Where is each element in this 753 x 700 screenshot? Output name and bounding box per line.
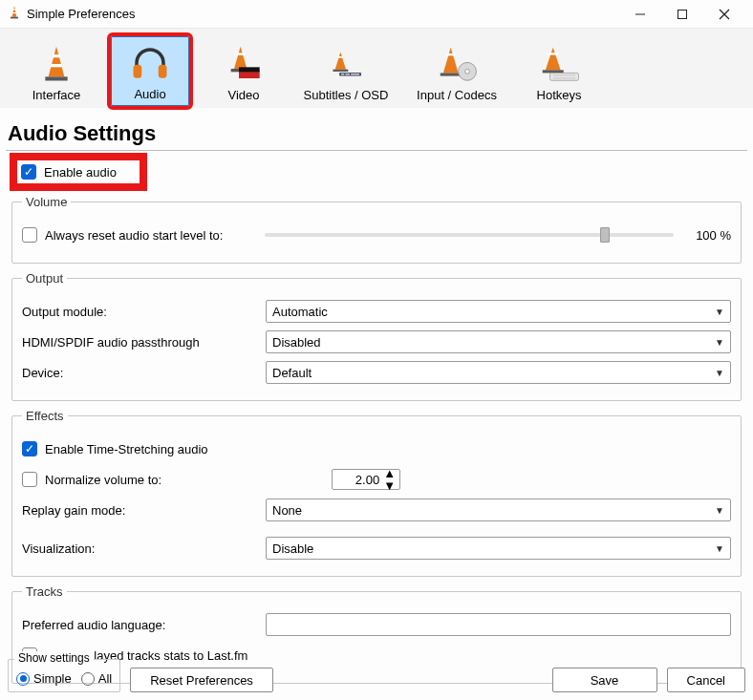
svg-rect-3: [11, 17, 18, 19]
radio-simple[interactable]: Simple: [16, 671, 72, 686]
reset-level-checkbox[interactable]: [22, 227, 37, 243]
svg-rect-18: [239, 67, 260, 72]
svg-rect-2: [12, 12, 16, 13]
spinner-arrows-icon[interactable]: ▲▼: [383, 467, 396, 492]
svg-rect-34: [550, 73, 579, 80]
window-controls: [619, 1, 745, 28]
cone-icon: [40, 44, 73, 84]
volume-percent-label: 100 %: [683, 228, 731, 243]
svg-marker-14: [234, 47, 247, 69]
tab-label: Audio: [134, 87, 165, 101]
volume-slider-thumb[interactable]: [600, 227, 610, 243]
save-button[interactable]: Save: [552, 668, 657, 692]
replay-gain-select[interactable]: None: [266, 498, 731, 521]
svg-rect-12: [134, 65, 142, 78]
time-stretch-label: Enable Time-Stretching audio: [45, 442, 208, 456]
normalize-spinner[interactable]: 2.00 ▲▼: [332, 469, 400, 490]
output-fieldset: Output Output module: Automatic HDMI/SPD…: [11, 271, 742, 401]
volume-fieldset: Volume Always reset audio start level to…: [11, 195, 742, 264]
volume-slider[interactable]: [265, 233, 674, 237]
volume-legend: Volume: [22, 195, 71, 209]
keyboard-icon: [538, 44, 580, 84]
titlebar: Simple Preferences: [0, 0, 753, 29]
svg-marker-31: [546, 48, 561, 71]
device-select[interactable]: Default: [266, 361, 731, 384]
svg-rect-10: [51, 64, 62, 67]
svg-marker-26: [443, 48, 459, 74]
cancel-button[interactable]: Cancel: [667, 668, 745, 692]
tab-label: Video: [227, 88, 259, 102]
output-legend: Output: [22, 271, 67, 286]
svg-rect-9: [53, 54, 60, 57]
svg-rect-27: [446, 53, 455, 55]
show-settings-label: Show settings: [14, 651, 94, 665]
svg-rect-13: [159, 65, 167, 78]
svg-rect-24: [345, 74, 350, 74]
disc-icon: [436, 44, 478, 84]
window-title: Simple Preferences: [27, 7, 619, 21]
svg-rect-20: [337, 56, 344, 58]
svg-point-30: [465, 70, 470, 74]
tab-audio[interactable]: Audio: [111, 36, 189, 106]
svg-rect-32: [548, 53, 558, 54]
tab-label: Subtitles / OSD: [304, 88, 389, 102]
svg-marker-19: [335, 53, 346, 70]
svg-rect-23: [341, 74, 344, 74]
reset-level-label: Always reset audio start level to:: [45, 228, 255, 243]
replay-gain-label: Replay gain mode:: [22, 503, 266, 518]
show-settings-group: Show settings Simple All: [8, 659, 120, 692]
enable-audio-checkbox[interactable]: [21, 164, 36, 180]
reset-preferences-button[interactable]: Reset Preferences: [130, 668, 273, 692]
radio-icon: [81, 672, 95, 686]
bottom-bar: Show settings Simple All Reset Preferenc…: [8, 659, 745, 692]
device-label: Device:: [22, 366, 266, 380]
passthrough-label: HDMI/SPDIF audio passthrough: [22, 335, 266, 350]
visualization-label: Visualization:: [22, 541, 266, 556]
maximize-button[interactable]: [661, 1, 703, 28]
svg-rect-33: [543, 70, 564, 73]
svg-rect-11: [45, 76, 67, 80]
divider: [6, 150, 747, 151]
preference-tabs: Interface Audio Video Subtitles / OSD In…: [0, 29, 753, 108]
close-button[interactable]: [703, 1, 745, 28]
enable-audio-row[interactable]: Enable audio: [13, 157, 143, 187]
tab-hotkeys[interactable]: Hotkeys: [520, 36, 598, 106]
tab-label: Hotkeys: [537, 88, 582, 102]
tab-label: Input / Codecs: [417, 88, 497, 102]
svg-rect-21: [333, 70, 348, 72]
tab-video[interactable]: Video: [204, 36, 283, 106]
time-stretch-checkbox[interactable]: [22, 441, 37, 456]
clapper-icon: [225, 44, 263, 84]
normalize-label: Normalize volume to:: [45, 473, 332, 487]
passthrough-select[interactable]: Disabled: [266, 330, 731, 353]
subtitles-icon: [330, 44, 362, 84]
svg-rect-25: [351, 74, 359, 74]
page-title: Audio Settings: [8, 121, 753, 146]
output-module-label: Output module:: [22, 305, 266, 319]
svg-rect-5: [678, 10, 687, 18]
minimize-button[interactable]: [619, 1, 661, 28]
tab-label: Interface: [32, 88, 81, 102]
enable-audio-label: Enable audio: [44, 165, 117, 180]
svg-marker-8: [49, 47, 65, 77]
svg-rect-1: [13, 10, 16, 11]
preferred-lang-label: Preferred audio language:: [22, 618, 266, 632]
effects-legend: Effects: [22, 409, 68, 423]
vlc-app-icon: [8, 6, 21, 22]
tab-subtitles[interactable]: Subtitles / OSD: [298, 36, 394, 106]
effects-fieldset: Effects Enable Time-Stretching audio Nor…: [11, 409, 742, 577]
radio-all[interactable]: All: [81, 671, 112, 686]
visualization-select[interactable]: Disable: [266, 537, 731, 560]
preferred-lang-input[interactable]: [266, 613, 731, 636]
radio-icon: [16, 672, 30, 686]
tab-interface[interactable]: Interface: [17, 36, 96, 106]
svg-rect-15: [236, 53, 246, 55]
normalize-checkbox[interactable]: [22, 472, 37, 487]
tracks-legend: Tracks: [22, 584, 67, 599]
svg-marker-0: [12, 6, 17, 17]
form-area: Enable audio Volume Always reset audio s…: [0, 157, 753, 684]
tab-input-codecs[interactable]: Input / Codecs: [409, 36, 505, 106]
output-module-select[interactable]: Automatic: [266, 300, 731, 323]
headphones-icon: [130, 43, 170, 83]
